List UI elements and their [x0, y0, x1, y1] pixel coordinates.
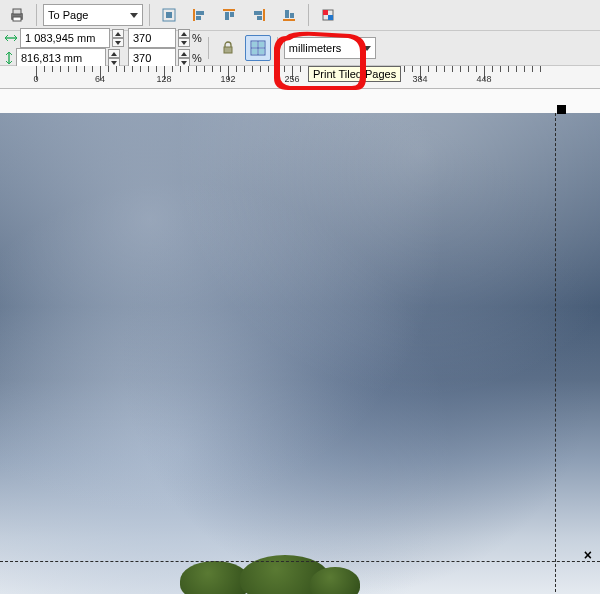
svg-rect-18 — [323, 10, 328, 15]
tooltip: Print Tiled Pages — [308, 66, 401, 82]
svg-rect-1 — [13, 9, 21, 14]
fit-dropdown[interactable]: To Page — [43, 4, 143, 26]
svg-rect-26 — [252, 42, 257, 47]
scale-x-value: 370 — [133, 32, 151, 44]
print-tiled-pages-button[interactable] — [245, 35, 271, 61]
center-page-icon[interactable] — [156, 2, 182, 28]
ruler-label: 448 — [476, 74, 491, 84]
ruler-label: 128 — [156, 74, 171, 84]
units-label: millimeters — [289, 42, 357, 54]
image-pane — [0, 113, 600, 594]
svg-rect-9 — [225, 12, 229, 20]
percent-label: % — [192, 32, 202, 44]
width-value: 1 083,945 mm — [25, 32, 95, 44]
fit-dropdown-label: To Page — [48, 9, 124, 21]
height-spinner[interactable] — [108, 49, 120, 67]
svg-rect-27 — [259, 42, 264, 47]
ruler-label: 256 — [284, 74, 299, 84]
svg-rect-2 — [13, 17, 21, 21]
align-bottom-icon[interactable] — [276, 2, 302, 28]
divider — [277, 37, 278, 59]
width-field[interactable]: 1 083,945 mm — [20, 28, 110, 48]
width-spinner[interactable] — [112, 29, 124, 47]
scale-y-value: 370 — [133, 52, 151, 64]
svg-rect-6 — [196, 11, 204, 15]
svg-rect-13 — [257, 16, 262, 20]
svg-rect-16 — [290, 13, 294, 18]
svg-rect-4 — [166, 12, 172, 18]
ruler-label: 64 — [95, 74, 105, 84]
align-right-icon[interactable] — [246, 2, 272, 28]
svg-rect-15 — [285, 10, 289, 18]
image-foreground — [130, 553, 390, 594]
divider — [36, 4, 37, 26]
canvas-gap — [0, 89, 600, 113]
svg-rect-19 — [328, 15, 333, 20]
chevron-down-icon — [130, 13, 138, 18]
color-palette-icon[interactable] — [315, 2, 341, 28]
scale-y-field[interactable]: 370 — [128, 48, 176, 68]
height-field[interactable]: 816,813 mm — [16, 48, 106, 68]
svg-rect-29 — [259, 49, 264, 54]
divider — [308, 4, 309, 26]
divider — [208, 37, 209, 59]
svg-rect-28 — [252, 49, 257, 54]
height-value: 816,813 mm — [21, 52, 82, 64]
align-top-icon[interactable] — [216, 2, 242, 28]
divider — [149, 4, 150, 26]
canvas-area[interactable]: × — [0, 89, 600, 594]
svg-rect-10 — [230, 12, 234, 17]
scale-x-spinner[interactable] — [178, 29, 190, 47]
width-arrow-icon — [4, 33, 18, 43]
units-dropdown[interactable]: millimeters — [284, 37, 376, 59]
image-content — [0, 113, 600, 594]
chevron-down-icon — [363, 46, 371, 51]
svg-rect-22 — [224, 47, 232, 53]
percent-label: % — [192, 52, 202, 64]
scale-x-field[interactable]: 370 — [128, 28, 176, 48]
svg-rect-7 — [196, 16, 201, 20]
scale-y-spinner[interactable] — [178, 49, 190, 67]
page-guide-vertical — [555, 113, 556, 594]
horizontal-ruler: 064128192256320384448 — [0, 66, 600, 89]
ruler-label: 0 — [33, 74, 38, 84]
ruler-label: 384 — [412, 74, 427, 84]
align-left-icon[interactable] — [186, 2, 212, 28]
svg-rect-12 — [254, 11, 262, 15]
selection-handle[interactable] — [557, 105, 566, 114]
lock-icon[interactable] — [215, 35, 241, 61]
height-arrow-icon — [4, 51, 14, 65]
ruler-label: 192 — [220, 74, 235, 84]
page-guide-horizontal — [0, 561, 600, 562]
close-marker-icon[interactable]: × — [584, 547, 592, 563]
print-icon[interactable] — [4, 2, 30, 28]
